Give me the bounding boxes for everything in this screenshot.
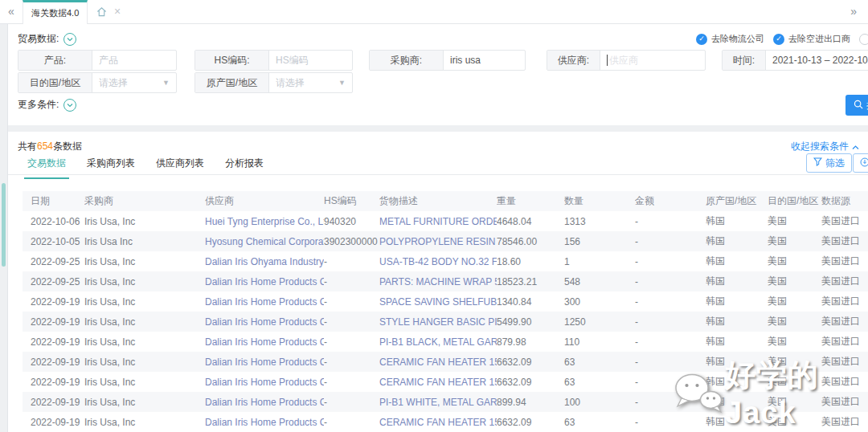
collapse-search-label: 收起搜索条件 [791, 140, 849, 153]
tab-transaction-data[interactable]: 交易数据 [24, 157, 69, 179]
table-row[interactable]: 2022-09-19Iris Usa, IncDalian Iris Home … [23, 352, 868, 372]
table-cell: Iris Usa, Inc [84, 296, 205, 308]
section-collapse-icon[interactable] [63, 33, 76, 46]
table-cell: 美国 [768, 415, 821, 429]
dest-country-select[interactable]: 请选择 ▼ [92, 73, 176, 92]
table-cell: 879.98 [497, 336, 564, 348]
buyer-input[interactable]: iris usa [444, 51, 525, 70]
table-cell: 美国 [768, 315, 821, 328]
tab-analysis-report[interactable]: 分析报表 [222, 157, 267, 179]
collapse-search-link[interactable]: 收起搜索条件 [791, 140, 859, 153]
description-link[interactable]: METAL FURNITURE ORDER NO... [379, 216, 497, 227]
table-cell: 韩国 [706, 255, 768, 268]
dest-country-placeholder: 请选择 [99, 76, 128, 90]
table-cell: - [324, 276, 379, 287]
table-cell: - [635, 236, 706, 247]
download-button[interactable]: 下载 [853, 153, 868, 173]
tab-supplier-list[interactable]: 供应商列表 [153, 157, 207, 179]
table-cell: 18523.21 [497, 276, 564, 287]
toggle-label: 去除物流公司 [711, 33, 764, 45]
table-cell: Iris Usa, Inc [84, 336, 205, 348]
table-cell: 韩国 [706, 355, 768, 369]
supplier-link[interactable]: Dalian Iris Home Products Co.,ltd [205, 336, 324, 348]
text-cursor [607, 55, 608, 66]
more-conditions-expand-icon[interactable] [63, 99, 76, 112]
supplier-link[interactable]: Dalian Iris Home Products Co.,ltd [205, 276, 324, 287]
table-cell: - [635, 256, 706, 267]
close-tab-icon[interactable]: × [114, 5, 121, 18]
download-icon [860, 157, 868, 169]
description-link[interactable]: CERAMIC FAN HEATER 15TDS... [379, 377, 497, 388]
description-link[interactable]: USA-TB-42 BODY NO.32 FREIG... [379, 256, 497, 267]
time-range-input[interactable]: 2021-10-13 – 2022-10-12 [766, 51, 868, 70]
table-cell: 110 [564, 336, 635, 348]
supplier-link[interactable]: Dalian Iris Home Products Co.,ltd [205, 357, 324, 368]
table-cell: - [324, 296, 379, 308]
table-row[interactable]: 2022-09-19Iris Usa, IncDalian Iris Home … [23, 372, 868, 392]
supplier-link[interactable]: Dalian Iris Home Products Co.,ltd [205, 397, 324, 408]
collapse-right-icon[interactable]: » [850, 5, 857, 18]
filter-button[interactable]: 筛选 [806, 153, 852, 173]
toggle-remove-empty-traders[interactable]: ✓去除空进出口商 [773, 33, 850, 45]
checked-circle-icon[interactable]: ✓ [773, 34, 784, 45]
table-cell: 548 [564, 276, 635, 287]
description-link[interactable]: SPACE SAVING SHELFUB-6015 ... [379, 296, 497, 308]
description-link[interactable]: POLYPROPYLENE RESIN [379, 236, 497, 247]
supplier-link[interactable]: Dalian Iris Home Products Co.,ltd [205, 296, 324, 308]
table-row[interactable]: 2022-10-05Iris Usa IncHyosung Chemical C… [23, 231, 868, 251]
tab-buyer-list[interactable]: 采购商列表 [84, 157, 138, 179]
filter-button-label: 筛选 [825, 157, 845, 170]
table-row[interactable]: 2022-09-19Iris Usa, IncDalian Iris Home … [23, 412, 868, 432]
supplier-link[interactable]: Dalian Iris Home Products Co.,ltd [205, 377, 324, 388]
trade-data-label: 贸易数据: [18, 32, 59, 46]
description-link[interactable]: CERAMIC FAN HEATER 15TDS... [379, 417, 497, 428]
table-row[interactable]: 2022-09-25Iris Usa, IncDalian Iris Ohyam… [23, 251, 868, 271]
product-filter-group: 产品: 产品 [18, 50, 177, 71]
supplier-link[interactable]: Dalian Iris Ohyama Industry & Tra... [205, 256, 324, 267]
description-link[interactable]: PI-B1 WHITE, METAL GARMENT ... [379, 397, 497, 408]
table-row[interactable]: 2022-09-19Iris Usa, IncDalian Iris Home … [23, 392, 868, 412]
table-cell: 2022-09-19 [23, 316, 84, 328]
table-row[interactable]: 2022-09-19Iris Usa, IncDalian Iris Home … [23, 291, 868, 312]
collapse-left-icon[interactable]: « [8, 5, 14, 18]
toggle-remove-logistics[interactable]: ✓去除物流公司 [696, 33, 764, 45]
table-row[interactable]: 2022-09-19Iris Usa, IncDalian Iris Home … [23, 332, 868, 352]
home-icon[interactable] [96, 6, 107, 19]
chevron-down-icon: ▼ [338, 79, 346, 87]
table-row[interactable]: 2022-10-06Iris Usa, IncHuei Tyng Enterpr… [23, 211, 868, 231]
supplier-link[interactable]: Dalian Iris Home Products Co.,ltd [205, 417, 324, 428]
supplier-link[interactable]: Dalian Iris Home Products Co.,ltd [205, 316, 324, 328]
table-cell: 3902300000 [324, 236, 379, 247]
toggle-exact-match[interactable]: 精确匹配 [859, 33, 868, 45]
table-cell: 美国 [768, 335, 821, 348]
table-cell: 2022-09-25 [23, 276, 84, 287]
table-cell: Iris Usa, Inc [84, 316, 205, 328]
origin-country-select[interactable]: 请选择 ▼ [269, 73, 352, 92]
checked-circle-icon[interactable]: ✓ [696, 34, 707, 45]
description-link[interactable]: STYLE HANGER BASIC PI-B150 ... [379, 316, 497, 328]
time-range-value: 2021-10-13 – 2022-10-12 [772, 55, 868, 66]
table-cell: 18.60 [497, 256, 564, 267]
product-input[interactable]: 产品 [92, 51, 176, 70]
table-cell: Iris Usa, Inc [84, 357, 205, 368]
supplier-link[interactable]: Hyosung Chemical Corporation [205, 236, 324, 247]
column-header: 数据源 [821, 194, 868, 208]
description-link[interactable]: PARTS: MACHINE WRAP 510-10... [379, 276, 497, 287]
chevron-down-icon: ▼ [162, 79, 170, 87]
description-link[interactable]: PI-B1 BLACK, METAL GARMENT... [379, 336, 497, 348]
table-cell: 6632.09 [497, 417, 564, 428]
left-scrollbar-thumb[interactable] [2, 183, 6, 267]
description-link[interactable]: CERAMIC FAN HEATER 15TDS... [379, 357, 497, 368]
search-button[interactable]: 搜索 [845, 95, 868, 116]
result-count: 共有654条数据 [18, 140, 82, 153]
supplier-link[interactable]: Huei Tyng Enterprise Co., Ltd [205, 216, 324, 227]
table-row[interactable]: 2022-09-25Iris Usa, IncDalian Iris Home … [23, 271, 868, 291]
supplier-input[interactable]: 供应商 [600, 51, 705, 70]
unchecked-circle-icon[interactable] [859, 34, 868, 45]
table-cell: 2022-09-19 [23, 417, 84, 428]
tab-customs-data[interactable]: 海关数据4.0 [23, 0, 88, 24]
table-cell: 63 [564, 377, 635, 388]
hs-code-input[interactable]: HS编码 [269, 51, 352, 70]
table-cell: 63 [564, 417, 635, 428]
table-row[interactable]: 2022-09-19Iris Usa, IncDalian Iris Home … [23, 312, 868, 332]
